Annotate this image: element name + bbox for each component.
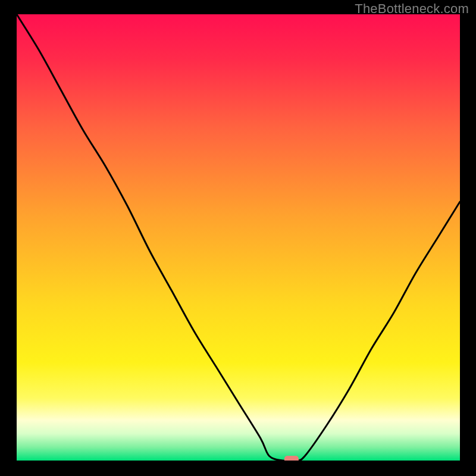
chart-frame: { "watermark": "TheBottleneck.com", "col…	[0, 0, 476, 476]
watermark-text: TheBottleneck.com	[355, 1, 469, 17]
bottleneck-chart	[17, 14, 460, 461]
optimal-marker	[284, 456, 299, 461]
plot-background	[17, 14, 460, 461]
